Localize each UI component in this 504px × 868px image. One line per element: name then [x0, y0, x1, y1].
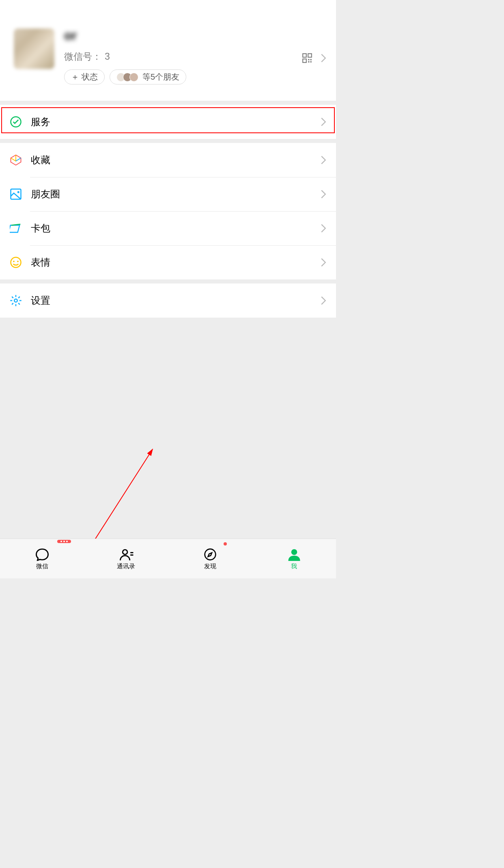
svg-rect-0 [303, 54, 306, 57]
svg-rect-4 [310, 59, 312, 60]
menu-item-stickers[interactable]: 表情 [0, 245, 336, 279]
badge-dot [223, 541, 228, 546]
svg-rect-5 [308, 61, 309, 63]
menu-item-services[interactable]: 服务 [0, 105, 336, 139]
menu-label: 服务 [31, 115, 321, 128]
svg-rect-1 [308, 54, 312, 57]
svg-point-16 [123, 550, 127, 554]
menu-label: 收藏 [31, 154, 321, 167]
wechat-id-suffix: 3 [105, 51, 110, 62]
menu-label: 朋友圈 [31, 188, 321, 201]
chevron-right-icon [321, 296, 326, 305]
chevron-right-icon [321, 258, 326, 267]
tab-me[interactable]: 我 [252, 539, 336, 578]
svg-point-10 [11, 258, 21, 268]
svg-point-13 [14, 299, 17, 302]
tab-label: 通讯录 [117, 563, 135, 570]
profile-info: or 微信号： 3 ＋ 状态 等5个朋友 [64, 28, 326, 84]
svg-point-19 [205, 549, 215, 560]
wechat-id-label: 微信号： [64, 50, 101, 63]
me-icon [286, 547, 302, 562]
svg-point-11 [13, 261, 15, 262]
status-button[interactable]: ＋ 状态 [64, 69, 105, 84]
tab-contacts[interactable]: 通讯录 [84, 539, 168, 578]
wechat-id-row: 微信号： 3 [64, 50, 326, 63]
menu-label: 卡包 [31, 222, 321, 235]
svg-point-20 [291, 549, 297, 555]
chat-icon [34, 547, 50, 562]
badge-unread [57, 540, 71, 543]
menu-item-favorites[interactable]: 收藏 [0, 143, 336, 177]
tab-discover[interactable]: 发现 [168, 539, 252, 578]
menu-item-moments[interactable]: 朋友圈 [0, 177, 336, 211]
chevron-right-icon [321, 117, 326, 126]
friends-status-button[interactable]: 等5个朋友 [110, 69, 186, 84]
favorites-icon [10, 154, 22, 166]
qrcode-icon[interactable] [302, 53, 312, 63]
menu-label: 设置 [31, 294, 321, 307]
stickers-icon [10, 256, 22, 268]
plus-icon: ＋ [71, 71, 79, 82]
nickname: or [64, 28, 77, 43]
settings-icon [10, 294, 22, 307]
friends-label: 等5个朋友 [142, 71, 179, 82]
profile-section[interactable]: or 微信号： 3 ＋ 状态 等5个朋友 [0, 0, 336, 101]
tab-label: 微信 [36, 563, 48, 570]
cards-icon [10, 222, 22, 234]
contacts-icon [118, 547, 134, 562]
chevron-right-icon [321, 224, 326, 233]
tab-label: 发现 [204, 563, 216, 570]
chevron-right-icon [321, 190, 326, 199]
discover-icon [202, 547, 218, 562]
status-label: 状态 [82, 71, 98, 82]
svg-rect-2 [303, 59, 306, 63]
menu-item-settings[interactable]: 设置 [0, 284, 336, 318]
menu-group-services: 服务 [0, 105, 336, 139]
chevron-right-icon [321, 54, 326, 63]
svg-point-12 [17, 261, 19, 262]
svg-point-9 [17, 191, 19, 193]
tab-label: 我 [291, 563, 297, 570]
menu-group-main: 收藏 朋友圈 卡包 [0, 143, 336, 279]
menu-item-cards[interactable]: 卡包 [0, 211, 336, 245]
tab-bar: 微信 通讯录 发现 我 [0, 539, 336, 578]
menu-group-settings: 设置 [0, 284, 336, 318]
avatar[interactable] [14, 28, 54, 69]
svg-rect-6 [310, 61, 312, 63]
friend-avatar [129, 73, 138, 82]
profile-actions [302, 53, 326, 63]
services-icon [10, 116, 22, 128]
status-row: ＋ 状态 等5个朋友 [64, 69, 326, 84]
chevron-right-icon [321, 156, 326, 165]
moments-icon [10, 188, 22, 200]
svg-rect-3 [308, 59, 309, 60]
menu-label: 表情 [31, 256, 321, 269]
tab-wechat[interactable]: 微信 [0, 539, 84, 578]
friend-avatars [116, 73, 138, 82]
